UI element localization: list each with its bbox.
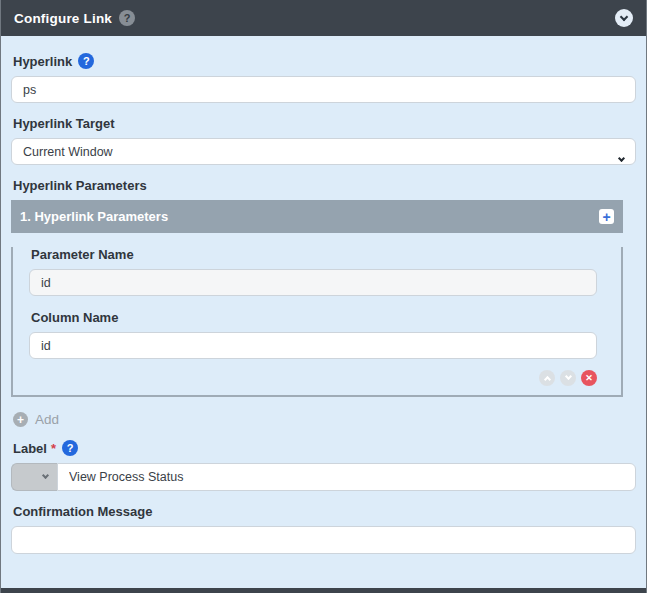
- label-dropdown-button[interactable]: [11, 463, 57, 491]
- required-asterisk: *: [51, 441, 56, 456]
- chevron-down-icon: [42, 472, 49, 479]
- label-input[interactable]: [57, 463, 636, 491]
- parameters-panel-header: 1. Hyperlink Parameters +: [11, 200, 623, 233]
- parameters-panel-body: Parameter Name Column Name ✕: [11, 247, 623, 397]
- label-help-icon[interactable]: ?: [62, 440, 78, 456]
- delete-parameter-button[interactable]: ✕: [581, 370, 597, 386]
- hyperlink-label: Hyperlink ?: [13, 53, 634, 69]
- parameter-name-input[interactable]: [29, 269, 597, 296]
- hyperlink-target-select[interactable]: Current Window: [11, 138, 636, 165]
- hyperlink-target-label: Hyperlink Target: [13, 116, 634, 131]
- parameters-panel-title: 1. Hyperlink Parameters: [20, 209, 168, 224]
- move-up-button[interactable]: [539, 370, 555, 386]
- confirmation-message-input[interactable]: [11, 526, 636, 554]
- parameter-name-label: Parameter Name: [31, 247, 595, 262]
- bottom-divider: [1, 588, 646, 593]
- parameter-row-actions: ✕: [29, 370, 597, 386]
- hyperlink-target-select-wrap: Current Window: [11, 138, 636, 165]
- add-plus-icon: +: [13, 412, 28, 427]
- move-down-button[interactable]: [560, 370, 576, 386]
- label-field-label: Label * ?: [13, 440, 634, 456]
- confirmation-message-label: Confirmation Message: [13, 504, 634, 519]
- help-icon[interactable]: ?: [119, 10, 135, 26]
- column-name-input[interactable]: [29, 332, 597, 359]
- panel-titlebar: Configure Link ?: [1, 0, 646, 36]
- add-parameter-icon-button[interactable]: +: [599, 209, 614, 224]
- configure-link-panel: Configure Link ? Hyperlink ? Hyperlink T…: [0, 0, 647, 593]
- add-button-label: Add: [35, 412, 59, 427]
- label-input-group: [11, 463, 636, 491]
- hyperlink-input[interactable]: [11, 76, 636, 103]
- chevron-up-icon: [543, 376, 550, 383]
- panel-title: Configure Link: [14, 11, 112, 26]
- panel-body: Hyperlink ? Hyperlink Target Current Win…: [1, 36, 646, 588]
- parameters-panel: 1. Hyperlink Parameters + Parameter Name…: [11, 200, 623, 397]
- collapse-button[interactable]: [615, 9, 633, 27]
- hyperlink-parameters-label: Hyperlink Parameters: [13, 178, 634, 193]
- add-parameter-button[interactable]: + Add: [13, 412, 634, 427]
- chevron-down-icon: [620, 12, 628, 20]
- chevron-down-icon: [564, 373, 571, 380]
- hyperlink-help-icon[interactable]: ?: [78, 53, 94, 69]
- column-name-label: Column Name: [31, 310, 595, 325]
